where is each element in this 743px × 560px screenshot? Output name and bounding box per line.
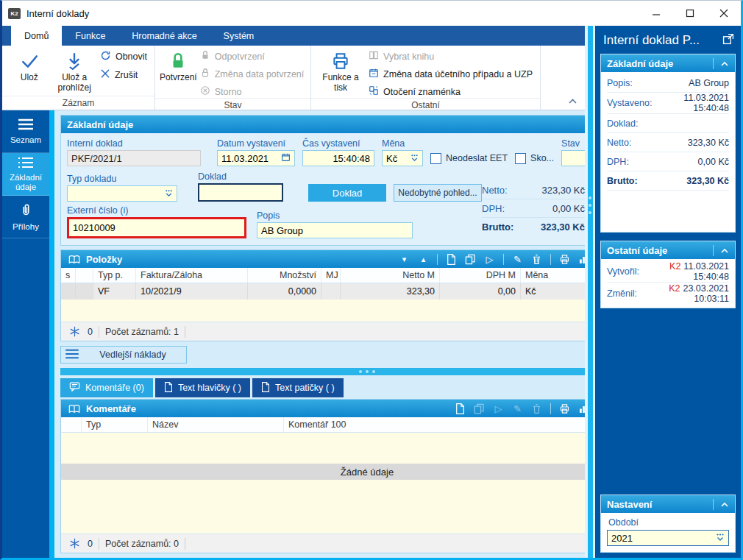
flip-sign-button[interactable]: Otočení znaménka: [369, 85, 533, 98]
app-window: K2 Interní doklady Domů Funkce Hromadné …: [0, 0, 743, 560]
no-data-band: Žádné údaje: [61, 464, 673, 480]
edit-button[interactable]: ✎: [511, 252, 525, 266]
externi-cislo-label: Externí číslo (i): [67, 205, 246, 216]
sidebar-divider: [49, 110, 54, 558]
run-button[interactable]: ▷: [483, 252, 497, 266]
document-icon: [164, 382, 173, 394]
datum-vystaveni-field[interactable]: 11.03.2021: [217, 150, 295, 166]
functions-print-button[interactable]: Funkce a tisk: [316, 48, 366, 98]
sidebar-item-seznam[interactable]: Seznam: [2, 110, 49, 153]
close-icon: [719, 9, 728, 18]
komentare-header-row: Typ Název Komentář 100 Pořadí: [61, 417, 673, 433]
doklad-input[interactable]: [198, 183, 283, 202]
tab-text-hlavicky[interactable]: Text hlavičky ( ): [155, 378, 250, 397]
polozky-header-row: s Typ p. Faktura/Záloha Množství MJ Nett…: [61, 268, 673, 283]
preview-zakladni-card: Základní údaje Popis:AB Group Vystaveno:…: [600, 54, 736, 233]
detail-tabs: Komentáře (0) Text hlavičky ( ): [60, 378, 674, 397]
sidebar-item-zakladni-udaje[interactable]: Základní údaje: [2, 153, 49, 196]
card-collapse-button[interactable]: [720, 245, 729, 256]
form-panel: Základní údaje Interní doklad: [60, 115, 674, 246]
change-accounting-date-button[interactable]: Změna data účetního případu a UZP: [369, 68, 533, 80]
change-confirm-date-button[interactable]: Změna data potvrzení: [200, 68, 305, 80]
cas-vystaveni-field[interactable]: 15:40:48: [302, 150, 374, 166]
storno-button[interactable]: Storno: [200, 85, 305, 98]
typ-dokladu-dropdown[interactable]: [67, 185, 177, 202]
obdobi-dropdown[interactable]: 2021: [607, 530, 729, 546]
user-badge: K2: [669, 261, 680, 272]
komentare-status-bar: 0 Počet záznamů: 0 Σ ✎: [61, 534, 673, 553]
vedlejsi-naklady-button[interactable]: Vedlejší náklady: [60, 346, 187, 364]
polozky-table-row[interactable]: VF 10/2021/9 0,0000 323,30 0,00 Kč: [61, 283, 673, 300]
edit-button[interactable]: ✎: [511, 402, 525, 416]
card-collapse-button[interactable]: [720, 58, 729, 69]
tab-text-paticky[interactable]: Text patičky ( ): [252, 378, 344, 397]
refresh-icon: [100, 50, 111, 63]
refresh-button[interactable]: Obnovit: [100, 50, 147, 63]
save-button[interactable]: Ulož: [7, 48, 51, 96]
select-book-button[interactable]: Vybrat knihu: [369, 50, 533, 63]
cancel-button[interactable]: Zrušit: [100, 68, 147, 81]
komentare-empty-area: [61, 433, 673, 464]
datum-vystaveni-label: Datum vystavení: [217, 138, 295, 149]
delete-button[interactable]: [530, 402, 544, 416]
tab-system[interactable]: Systém: [210, 26, 268, 46]
close-button[interactable]: [707, 1, 741, 26]
doklad-button[interactable]: Doklad: [308, 184, 386, 202]
preview-row: Netto:323,30 Kč: [607, 133, 729, 152]
externi-cislo-input[interactable]: 10210009: [67, 217, 246, 238]
menu-icon: [17, 118, 35, 132]
book-open-icon: [67, 402, 81, 416]
print-button[interactable]: [558, 402, 572, 416]
preview-row: DPH:0,00 Kč: [607, 152, 729, 171]
sidebar-item-prilohy[interactable]: Přílohy: [2, 196, 49, 238]
neodeslat-eet-checkbox[interactable]: Neodeslat EET: [430, 150, 508, 166]
preview-row: Doklad:: [607, 114, 729, 133]
copy-record-button[interactable]: [472, 402, 486, 416]
title-bar: K2 Interní doklady: [2, 1, 741, 26]
maximize-button[interactable]: [673, 1, 707, 26]
checkmark-icon: [20, 49, 39, 73]
interni-doklad-label: Interní doklad: [67, 138, 201, 149]
menu-icon: [61, 349, 79, 361]
left-sidebar: Seznam Základní údaje Přílohy: [2, 110, 49, 558]
horizontal-splitter[interactable]: [60, 368, 674, 375]
cas-vystaveni-label: Čas vystavení: [302, 138, 374, 149]
sko-checkbox[interactable]: Sko...: [515, 150, 554, 166]
tab-funkce[interactable]: Funkce: [62, 26, 118, 46]
book-icon: [369, 50, 379, 63]
user-badge: K2: [669, 283, 680, 294]
print-button[interactable]: [558, 252, 572, 266]
popis-input[interactable]: AB Group: [257, 222, 413, 238]
copy-record-button[interactable]: [463, 252, 477, 266]
new-record-button[interactable]: [453, 402, 467, 416]
sort-desc-button[interactable]: ▾: [397, 252, 411, 266]
minimize-button[interactable]: [639, 1, 673, 26]
open-external-button[interactable]: [722, 33, 734, 47]
mena-dropdown[interactable]: Kč: [382, 150, 423, 166]
printer-icon: [331, 49, 350, 73]
nastaveni-card: Nastavení Období 2021: [600, 495, 736, 553]
sort-asc-button[interactable]: ▴: [416, 252, 430, 266]
unconfirm-button[interactable]: Odpotvrzení: [200, 50, 305, 63]
komentare-title: Komentáře: [86, 403, 136, 414]
tab-domu[interactable]: Domů: [11, 26, 62, 46]
tab-hromadne-akce[interactable]: Hromadné akce: [118, 26, 210, 46]
calendar-picker-icon[interactable]: [281, 152, 291, 164]
comment-icon: [69, 382, 80, 394]
window-title: Interní doklady: [26, 8, 89, 19]
app-icon: K2: [8, 8, 21, 19]
polozky-status-bar: 0 Počet záznamů: 1 Σ ✎: [61, 322, 673, 341]
card-collapse-button[interactable]: [720, 499, 729, 510]
run-button[interactable]: ▷: [491, 402, 505, 416]
new-record-button[interactable]: [444, 252, 458, 266]
confirm-button[interactable]: Potvrzení: [160, 48, 197, 98]
frozen-count: 0: [88, 327, 93, 337]
save-and-view-button[interactable]: Ulož a prohlížej: [51, 48, 96, 96]
chevron-up-icon: [720, 61, 729, 67]
nedobytne-pohledavky-button[interactable]: Nedobytné pohled...: [394, 184, 482, 202]
tab-komentare[interactable]: Komentáře (0): [60, 378, 153, 397]
ribbon-collapse-button[interactable]: [568, 96, 577, 107]
interni-doklad-field: PKF/2021/1: [67, 150, 201, 166]
vertical-splitter[interactable]: [585, 26, 595, 558]
delete-button[interactable]: [530, 252, 544, 266]
